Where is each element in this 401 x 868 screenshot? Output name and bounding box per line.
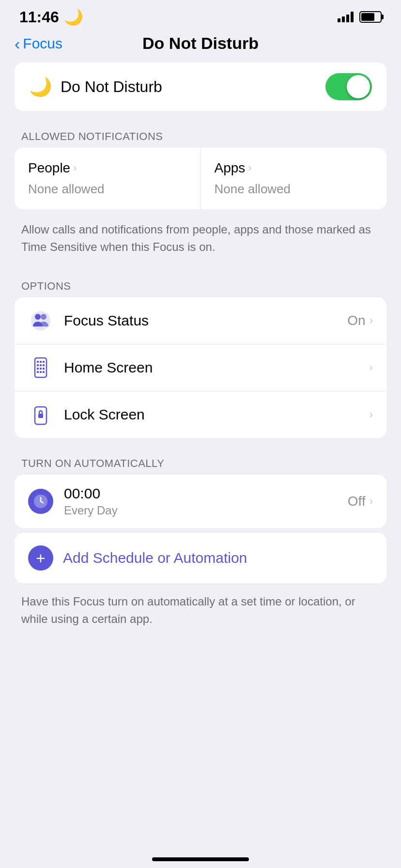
schedule-chevron-icon: › [370,495,373,508]
add-icon: + [28,545,53,571]
home-screen-row[interactable]: Home Screen › [15,344,386,391]
allowed-notifications-header: ALLOWED NOTIFICATIONS [15,116,386,148]
apps-subtitle: None allowed [215,182,373,197]
battery-icon [359,11,382,23]
apps-chevron-icon: › [248,162,251,174]
dnd-label: Do Not Disturb [61,78,162,96]
svg-rect-12 [43,368,45,370]
schedule-value: Off [348,494,366,509]
page-title: Do Not Disturb [142,34,259,53]
schedule-day: Every Day [64,504,118,517]
clock-icon [28,489,53,514]
allowed-grid: People › None allowed Apps › None allowe… [15,148,386,209]
svg-rect-8 [40,364,42,366]
svg-rect-5 [40,361,42,363]
people-chevron-icon: › [73,162,77,174]
home-screen-chevron-icon: › [370,361,373,374]
schedule-right: Off › [348,494,373,509]
nav-bar: ‹ Focus Do Not Disturb [0,29,401,62]
dnd-row: 🌙 Do Not Disturb [15,62,386,111]
home-screen-icon [28,355,53,380]
lock-screen-icon [28,402,53,427]
chevron-left-icon: ‹ [15,35,20,52]
moon-icon: 🌙 [64,8,83,26]
svg-point-1 [35,314,41,320]
dnd-left: 🌙 Do Not Disturb [29,76,162,97]
add-schedule-card: + Add Schedule or Automation [15,533,386,583]
svg-rect-11 [40,368,42,370]
people-title: People › [28,160,187,176]
status-time: 11:46 🌙 [19,8,83,26]
svg-rect-4 [37,361,39,363]
schedule-time: 00:00 [64,485,118,502]
add-schedule-row[interactable]: + Add Schedule or Automation [15,533,386,583]
focus-status-row[interactable]: Focus Status On › [15,297,386,344]
home-indicator [152,857,249,861]
svg-rect-15 [43,371,45,373]
options-card: Focus Status On › [15,297,386,438]
auto-header: TURN ON AUTOMATICALLY [15,443,386,475]
focus-status-value: On › [347,313,373,328]
signal-icon [338,12,354,22]
dnd-moon-icon: 🌙 [29,76,52,97]
dnd-card: 🌙 Do Not Disturb [15,62,386,111]
lock-screen-label: Lock Screen [64,406,145,423]
allowed-note: Allow calls and notifications from peopl… [15,216,386,265]
dnd-toggle[interactable] [325,73,372,100]
svg-rect-14 [40,371,42,373]
apps-cell[interactable]: Apps › None allowed [201,148,387,209]
back-label: Focus [23,35,62,52]
toggle-knob [347,75,370,98]
home-screen-chevron: › [370,361,373,374]
auto-note: Have this Focus turn on automatically at… [15,588,386,637]
add-label: Add Schedule or Automation [63,550,247,566]
svg-rect-7 [37,364,39,366]
schedule-row: 00:00 Every Day Off › [15,475,386,528]
status-bar: 11:46 🌙 [0,0,401,29]
people-cell[interactable]: People › None allowed [15,148,201,209]
lock-screen-chevron-icon: › [370,408,373,421]
schedule-info: 00:00 Every Day [64,485,118,517]
people-subtitle: None allowed [28,182,187,197]
svg-rect-9 [43,364,45,366]
status-icons [338,11,382,23]
svg-rect-10 [37,368,39,370]
focus-status-label: Focus Status [64,312,149,329]
back-button[interactable]: ‹ Focus [15,35,62,52]
focus-status-chevron-icon: › [370,314,373,327]
svg-point-0 [31,311,50,330]
svg-rect-17 [38,414,43,418]
svg-rect-6 [43,361,45,363]
time-label: 11:46 [19,8,59,26]
svg-rect-13 [37,371,39,373]
lock-screen-row[interactable]: Lock Screen › [15,391,386,438]
apps-title: Apps › [215,160,373,176]
main-content: 🌙 Do Not Disturb ALLOWED NOTIFICATIONS P… [0,62,401,637]
focus-status-icon [28,308,53,333]
options-header: OPTIONS [15,265,386,297]
schedule-card[interactable]: 00:00 Every Day Off › [15,475,386,528]
lock-screen-chevron: › [370,408,373,421]
svg-point-2 [41,314,46,320]
home-screen-label: Home Screen [64,359,153,376]
